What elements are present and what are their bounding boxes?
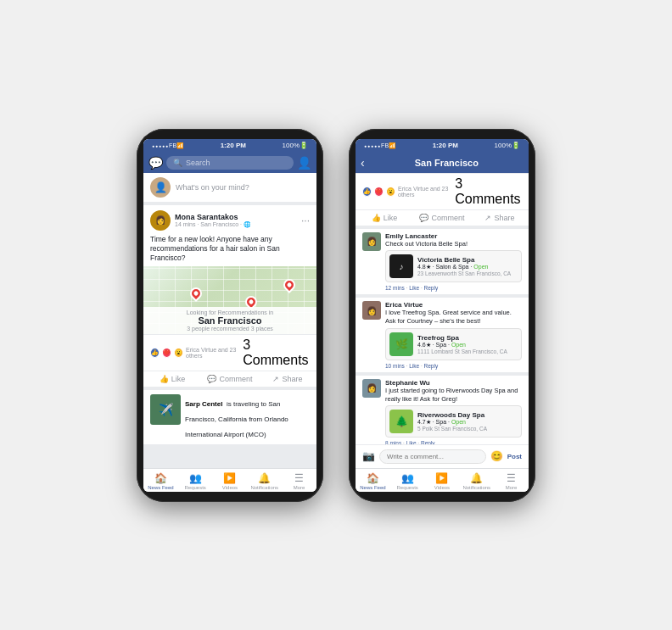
top-wow-icon: 😮 <box>386 187 395 197</box>
like-button[interactable]: 👍 Like <box>143 375 201 383</box>
map-label: Looking for Recommendations in San Franc… <box>143 307 316 334</box>
battery-icon-2: 🔋 <box>512 142 520 149</box>
comment-avatar-1: 👩 <box>362 232 381 251</box>
nav-news-feed-label-2: News Feed <box>360 485 385 490</box>
comment-author-1: Emily Lancaster <box>385 232 522 240</box>
top-comment-label: Comment <box>431 214 464 222</box>
share-button[interactable]: ↗ Share <box>259 375 316 383</box>
camera-icon[interactable]: 📷 <box>362 450 375 462</box>
comment-bubble-2: Erica Virtue I love Treefrog Spa. Great … <box>385 301 522 369</box>
nav-news-feed-label: News Feed <box>148 485 173 490</box>
people-icon[interactable]: 👤 <box>297 156 311 170</box>
comments-count: 3 Comments <box>243 337 310 368</box>
comment-author-2: Erica Virtue <box>385 301 522 309</box>
post-card-1: 👩 Mona Sarantakos 14 mins · San Francisc… <box>143 205 316 387</box>
nav-more[interactable]: ☰ More <box>282 472 316 490</box>
nav-more-label-2: More <box>506 485 518 490</box>
requests-icon: 👥 <box>189 472 202 484</box>
share-icon: ↗ <box>272 375 279 383</box>
post-action-bar: 👍 Like 💬 Comment ↗ Share <box>143 371 316 387</box>
nav-videos-2[interactable]: ▶️ Videos <box>425 472 460 490</box>
screen-content-2: 👍 ❤️ 😮 Erica Virtue and 23 others 3 Comm… <box>356 173 529 444</box>
comment-item-1: 👩 Emily Lancaster Check out Victoria Bel… <box>356 229 529 295</box>
place-rating-3: 4.7★ · Spa · Open <box>417 419 518 426</box>
place-address-3: 5 Polk St San Francisco, CA <box>417 426 518 432</box>
comment-meta-1: 12 mins · Like · Reply <box>385 285 522 291</box>
back-button[interactable]: ‹ <box>361 156 365 170</box>
next-post-author: Sarp Centel <box>185 400 222 408</box>
nav-news-feed[interactable]: 🏠 News Feed <box>143 472 178 490</box>
place-card-2[interactable]: 🌿 Treefrog Spa 4.6★ · Spa · Open 1111 Lo… <box>385 328 522 360</box>
like-link-2[interactable]: Like <box>409 363 419 369</box>
detail-title: San Francisco <box>370 158 524 168</box>
comment-text-3: I just started going to Riverwoods Day S… <box>385 387 522 404</box>
like-icon: 👍 <box>160 375 169 383</box>
emoji-icon[interactable]: 😊 <box>490 450 503 462</box>
post-comment-button[interactable]: Post <box>507 453 522 460</box>
comment-text-2: I love Treefrog Spa. Great service and v… <box>385 309 522 326</box>
nav-notifications-2[interactable]: 🔔 Notifications <box>459 472 494 490</box>
next-post-thumb: ✈️ <box>150 394 181 425</box>
news-feed-icon: 🏠 <box>154 472 167 484</box>
place-name-3: Riverwoods Day Spa <box>417 411 518 419</box>
reply-link-1[interactable]: Reply <box>424 285 439 291</box>
top-reactions-card: 👍 ❤️ 😮 Erica Virtue and 23 others 3 Comm… <box>356 173 529 226</box>
comment-icon: 💬 <box>207 375 216 383</box>
whats-mind-placeholder: What's on your mind? <box>176 183 249 192</box>
like-link-1[interactable]: Like <box>409 285 419 291</box>
nav-notifications[interactable]: 🔔 Notifications <box>247 472 282 490</box>
videos-icon-2: ▶️ <box>435 472 448 484</box>
next-post-text: Sarp Centel is traveling to San Francisc… <box>185 394 310 440</box>
comment-avatar-2: 👩 <box>362 301 381 320</box>
post-options-button[interactable]: ··· <box>301 215 310 226</box>
reactions-text: Erica Virtue and 23 others <box>186 347 243 359</box>
battery-icon: 🔋 <box>300 142 308 149</box>
whats-on-mind-bar[interactable]: 👤 What's on your mind? <box>143 173 316 202</box>
post-text: Time for a new look! Anyone have any rec… <box>143 233 316 266</box>
nav-more-2[interactable]: ☰ More <box>494 472 529 490</box>
top-share-icon: ↗ <box>484 214 491 222</box>
top-comment-button[interactable]: 💬 Comment <box>413 214 471 222</box>
place-card-1[interactable]: ♪ Victoria Belle Spa 4.8★ · Salon & Spa … <box>385 250 522 282</box>
search-input[interactable] <box>186 159 287 167</box>
nav-requests[interactable]: 👥 Requests <box>178 472 213 490</box>
comment-meta-2: 10 mins · Like · Reply <box>385 363 522 369</box>
top-comment-icon: 💬 <box>419 214 428 222</box>
comment-button[interactable]: 💬 Comment <box>201 375 259 383</box>
place-address-1: 23 Leavenworth St San Francisco, CA <box>417 270 518 276</box>
phone-1: ●●●●● FB 📶 1:20 PM 100% 🔋 💬 🔍 👤 👤 What's… <box>137 129 323 502</box>
comment-card-2: 👩 Erica Virtue I love Treefrog Spa. Grea… <box>356 298 529 372</box>
reply-link-2[interactable]: Reply <box>424 363 439 369</box>
videos-icon: ▶️ <box>223 472 236 484</box>
nav-videos[interactable]: ▶️ Videos <box>213 472 248 490</box>
next-post-card: ✈️ Sarp Centel is traveling to San Franc… <box>143 390 316 444</box>
more-icon-2: ☰ <box>507 472 516 484</box>
map-pin-3 <box>281 276 298 293</box>
top-like-icon: 👍 <box>362 187 372 197</box>
place-address-2: 1111 Lombard St San Francisco, CA <box>417 348 518 354</box>
comment-bubble-3: Stephanie Wu I just started going to Riv… <box>385 379 522 444</box>
comment-text-1: Check out Victoria Belle Spa! <box>385 240 522 248</box>
messenger-icon[interactable]: 💬 <box>148 156 163 170</box>
nav-notifications-label-2: Notifications <box>462 485 490 490</box>
place-card-3[interactable]: 🌲 Riverwoods Day Spa 4.7★ · Spa · Open 5… <box>385 405 522 438</box>
place-logo-3: 🌲 <box>389 410 413 433</box>
news-feed-icon-2: 🏠 <box>367 472 379 484</box>
more-icon: ☰ <box>294 472 304 484</box>
share-label: Share <box>282 375 302 383</box>
comment-input[interactable] <box>379 449 486 464</box>
search-bar[interactable]: 🔍 <box>166 156 294 170</box>
nav-news-feed-2[interactable]: 🏠 News Feed <box>356 472 390 490</box>
top-like-button[interactable]: 👍 Like <box>356 214 413 222</box>
wow-reaction-icon: 😮 <box>174 348 183 358</box>
comment-label: Comment <box>219 375 252 383</box>
love-reaction-icon: ❤️ <box>162 348 171 358</box>
comment-input-bar: 📷 😊 Post <box>356 444 529 468</box>
place-info-1: Victoria Belle Spa 4.8★ · Salon & Spa · … <box>417 256 518 276</box>
comment-item-3: 👩 Stephanie Wu I just started going to R… <box>356 376 529 444</box>
place-logo-2: 🌿 <box>389 332 413 356</box>
nav-requests-2[interactable]: 👥 Requests <box>390 472 425 490</box>
top-love-icon: ❤️ <box>374 187 384 197</box>
top-share-button[interactable]: ↗ Share <box>471 214 529 222</box>
top-like-btn-label: Like <box>384 214 398 222</box>
